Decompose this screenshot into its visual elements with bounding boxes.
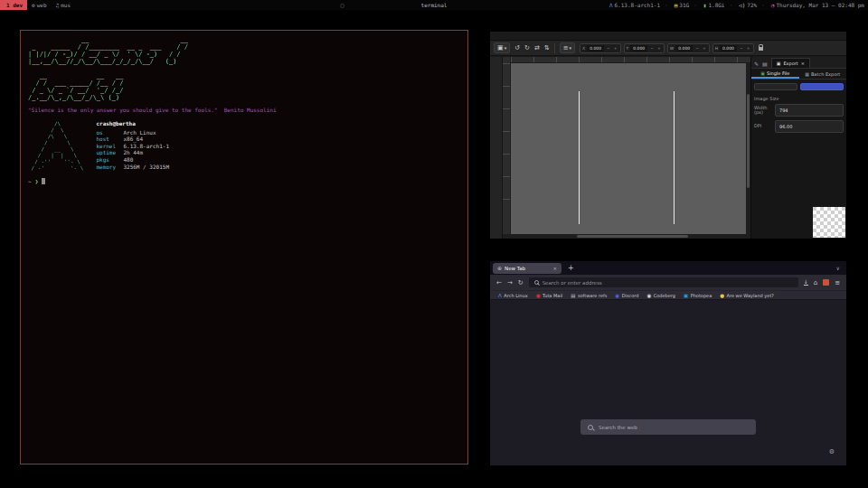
spin-minus-button[interactable]: −	[694, 46, 700, 51]
spin-minus-button[interactable]: −	[606, 46, 611, 51]
bookmark-item[interactable]: ◉ Codeberg	[646, 293, 675, 298]
ruler-tick-label	[669, 57, 692, 63]
new-tab-button[interactable]: +	[565, 264, 577, 272]
close-icon[interactable]: ×	[801, 61, 805, 66]
terminal-quote: "Silence is the only answer you should g…	[28, 107, 460, 113]
objects-panel-icon[interactable]: ✎	[754, 61, 759, 68]
ruler-tick-label	[503, 199, 510, 221]
workspace-button[interactable]: 1 dev	[0, 0, 27, 10]
home-icon[interactable]: ⌂	[814, 279, 817, 286]
spinbox[interactable]: W 0.000 − +	[667, 43, 710, 53]
downloads-icon[interactable]: ↓	[804, 279, 808, 286]
ublock-shield-icon[interactable]	[823, 279, 829, 286]
workspace-button[interactable]: ♫ mus	[52, 0, 75, 10]
bookmark-item[interactable]: ▤ software refs	[571, 293, 607, 298]
inkscape-menubar	[490, 32, 846, 41]
export-scope-button[interactable]	[754, 83, 797, 90]
terminal-window[interactable]: __ __ _ _____ / /________ __ _ ___ / / |…	[20, 30, 468, 465]
bookmark-favicon: ●	[536, 293, 541, 298]
tab-title: New Tab	[505, 266, 525, 271]
fetch-row: os Arch Linux	[96, 129, 169, 136]
rotate-cw-icon[interactable]: ↻	[524, 44, 530, 52]
status-module-text: 72%	[747, 2, 757, 8]
new-tab-page: ⚙	[490, 300, 846, 465]
export-mode-tab[interactable]: ▣ Single File	[751, 69, 799, 79]
selector-mode-dropdown[interactable]: ▣ ▾	[494, 42, 510, 53]
status-module: ▮ 1.8Gi	[689, 2, 724, 8]
fetch-key: kernel	[96, 143, 123, 150]
spinbox-value[interactable]: 0.000	[720, 45, 737, 52]
horizontal-scrollbar[interactable]	[503, 234, 750, 239]
ruler-tick-label	[503, 108, 510, 131]
flip-horizontal-icon[interactable]: ⇄	[534, 44, 540, 52]
status-module: ◁) 72%	[724, 2, 757, 8]
bookmark-favicon: ●	[720, 293, 724, 298]
url-input[interactable]	[542, 280, 793, 286]
spinbox-value[interactable]: 0.000	[587, 45, 604, 52]
fetch-rows: os Arch Linux host x86_64 kernel 6.13.8-…	[96, 129, 169, 171]
workspace-button[interactable]: ⚙ web	[27, 0, 51, 10]
url-bar[interactable]	[529, 277, 798, 287]
ruler-tick-label	[556, 57, 579, 63]
ruler-corner	[503, 57, 511, 63]
export-dialog-tab[interactable]: ▣ Export ×	[771, 58, 810, 68]
personalize-gear-icon[interactable]: ⚙	[829, 448, 835, 455]
status-module-icon: ◁)	[739, 2, 745, 8]
spin-plus-button[interactable]: +	[613, 46, 618, 51]
close-tab-icon[interactable]: ×	[552, 266, 557, 271]
scrollbar-thumb[interactable]	[577, 235, 688, 238]
bookmark-item[interactable]: ◉ Discord	[615, 293, 638, 298]
image-size-label: Image Size	[751, 92, 846, 102]
layers-panel-icon[interactable]: ▤	[762, 61, 768, 68]
export-field: Width (px) 794	[751, 102, 846, 118]
field-input[interactable]: 794	[775, 104, 844, 117]
bookmark-item[interactable]: Λ Arch Linux	[498, 293, 528, 298]
fetch-row: pkgs 480	[96, 156, 169, 164]
inkscape-window: ▣ ▾ ↺ ↻ ⇄ ⇅ ≡ ▾ X 0.000 − + Y 0.000 − +	[490, 32, 846, 239]
export-mode-icon: ▦	[805, 71, 809, 77]
lock-ratio-icon[interactable]	[759, 47, 763, 51]
tab-bar: ⊕ New Tab × + ∨	[490, 261, 846, 275]
spin-minus-button[interactable]: −	[739, 46, 744, 51]
export-mode-icon: ▣	[760, 70, 765, 76]
export-scope-button[interactable]	[800, 83, 844, 90]
status-module-text: 31G	[679, 2, 689, 8]
export-icon: ▣	[777, 61, 781, 66]
flip-vertical-icon[interactable]: ⇅	[544, 44, 550, 52]
spin-plus-button[interactable]: +	[746, 46, 751, 51]
bookmark-item[interactable]: ▣ Photopea	[684, 293, 712, 298]
align-dropdown[interactable]: ≡ ▾	[560, 42, 575, 53]
back-button[interactable]: ←	[496, 279, 502, 286]
browser-tab[interactable]: ⊕ New Tab ×	[493, 263, 561, 274]
spinbox[interactable]: Y 0.000 − +	[624, 43, 665, 53]
list-tabs-chevron-icon[interactable]: ∨	[836, 265, 844, 271]
navigation-bar: ← → ↻ ↓ ⌂ ≡	[490, 275, 846, 290]
rotate-ccw-icon[interactable]: ↺	[514, 44, 520, 52]
field-input[interactable]: 96.00	[775, 120, 844, 133]
spin-minus-button[interactable]: −	[649, 46, 655, 51]
spin-plus-button[interactable]: +	[702, 46, 707, 51]
workspace-list: 1 dev ⚙ web ♫ mus	[0, 0, 75, 10]
inkscape-canvas[interactable]	[511, 63, 746, 234]
forward-button[interactable]: →	[507, 279, 513, 286]
spinbox[interactable]: H 0.000 − +	[712, 43, 754, 53]
fetch-value: 6.13.8-arch1-1	[123, 143, 169, 150]
fetch-value: Arch Linux	[123, 129, 156, 136]
bookmark-item[interactable]: ● Are we Wayland yet?	[720, 293, 774, 298]
spinbox-value[interactable]: 0.000	[675, 45, 693, 52]
spinbox-value[interactable]: 0.000	[630, 45, 647, 52]
spinbox[interactable]: X 0.000 − +	[580, 43, 621, 53]
ruler-tick-label	[503, 86, 510, 108]
spin-plus-button[interactable]: +	[656, 46, 662, 51]
shell-prompt[interactable]: ~ ❯	[28, 178, 460, 184]
export-mode-tab[interactable]: ▦ Batch Export	[799, 69, 847, 79]
bookmark-item[interactable]: ● Tuta Mail	[536, 293, 563, 298]
empty-workspace-icon[interactable]: □	[336, 2, 349, 8]
web-search-bar[interactable]	[580, 419, 756, 435]
arch-logo-ascii: /\ / \ /\ \ / \ / __ \ / | | \ / -'' ''-…	[28, 120, 83, 171]
scrollbar-thumb[interactable]	[747, 94, 750, 188]
menu-icon[interactable]: ≡	[835, 279, 840, 286]
web-search-input[interactable]	[599, 425, 749, 430]
reload-button[interactable]: ↻	[518, 279, 524, 286]
page-left-edge	[579, 91, 580, 224]
